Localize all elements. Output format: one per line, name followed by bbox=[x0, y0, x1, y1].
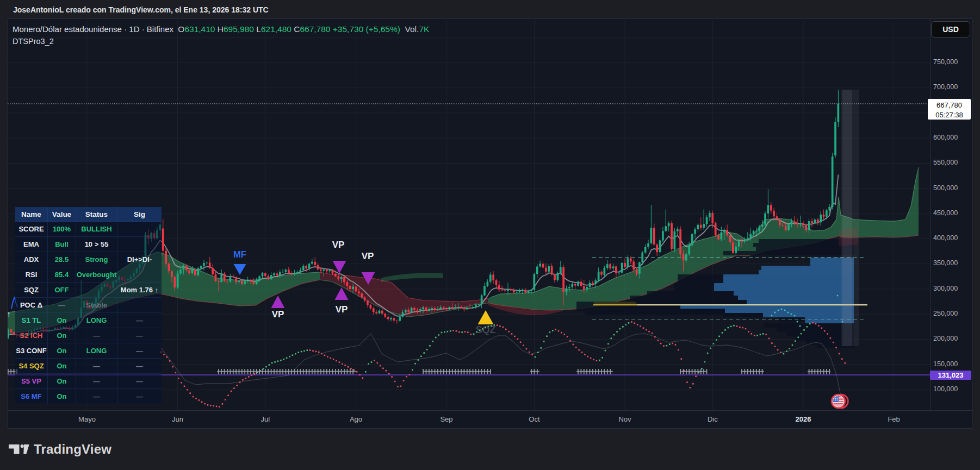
svg-text:SQZ: SQZ bbox=[475, 324, 495, 335]
svg-text:VP: VP bbox=[336, 304, 348, 315]
svg-text:↑: ↑ bbox=[8, 309, 11, 318]
svg-text:VP: VP bbox=[362, 251, 374, 261]
svg-text:VP: VP bbox=[332, 240, 345, 250]
svg-text:VP: VP bbox=[272, 309, 284, 319]
svg-text:MF: MF bbox=[233, 249, 246, 259]
